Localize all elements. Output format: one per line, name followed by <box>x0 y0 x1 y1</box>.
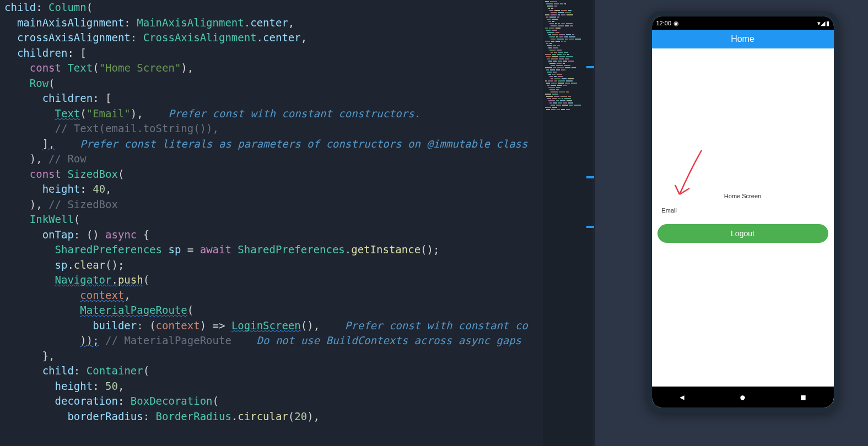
signal-icon: ▾◢ <box>817 20 825 27</box>
code-editor[interactable]: child: Column( mainAxisAlignment: MainAx… <box>0 0 595 446</box>
code-line[interactable]: decoration: BoxDecoration( <box>4 394 595 409</box>
code-line[interactable]: const SizedBox( <box>4 167 595 182</box>
android-nav-bar: ◀ ● ■ <box>652 387 834 407</box>
code-line[interactable]: crossAxisAlignment: CrossAxisAlignment.c… <box>4 30 595 46</box>
email-text: Email <box>662 207 677 214</box>
code-line[interactable]: onTap: () async { <box>4 227 595 243</box>
code-line[interactable]: child: Column( <box>4 0 595 15</box>
nav-recent-icon[interactable]: ■ <box>801 393 805 401</box>
code-line[interactable]: borderRadius: BorderRadius.circular(20), <box>4 409 595 425</box>
code-line[interactable]: builder: (context) => LoginScreen(), Pre… <box>4 318 595 334</box>
code-line[interactable]: Navigator.push( <box>4 273 595 288</box>
code-line[interactable]: ), // SizedBox <box>4 197 595 213</box>
code-line[interactable]: ], Prefer const literals as parameters o… <box>4 137 595 152</box>
code-line[interactable]: context, <box>4 288 595 303</box>
status-bar: 12:00 ◉ ▾◢ ▮ <box>652 17 834 30</box>
code-line[interactable]: SharedPreferences sp = await SharedPrefe… <box>4 242 595 258</box>
logout-label: Logout <box>731 229 754 238</box>
phone-screen[interactable]: 12:00 ◉ ▾◢ ▮ Home Home Screen Email <box>652 17 834 407</box>
code-line[interactable]: ), // Row <box>4 151 595 167</box>
home-screen-text: Home Screen <box>724 193 761 199</box>
logout-button[interactable]: Logout <box>657 224 828 243</box>
app-body: Home Screen Email Logout <box>652 48 834 387</box>
code-line[interactable]: const Text("Home Screen"), <box>4 61 595 76</box>
code-line[interactable]: Row( <box>4 76 595 91</box>
status-time: 12:00 <box>656 20 672 26</box>
code-line[interactable]: children: [ <box>4 91 595 106</box>
status-app-icon: ◉ <box>673 20 679 27</box>
code-line[interactable]: mainAxisAlignment: MainAxisAlignment.cen… <box>4 15 595 31</box>
app-bar: Home <box>652 30 834 48</box>
code-line[interactable]: // Text(email.toString()), <box>4 121 595 137</box>
code-line[interactable]: child: Container( <box>4 363 595 379</box>
app-bar-title: Home <box>731 34 754 44</box>
phone-frame: 12:00 ◉ ▾◢ ▮ Home Home Screen Email <box>646 11 839 413</box>
code-line[interactable]: children: [ <box>4 46 595 61</box>
code-line[interactable]: height: 40, <box>4 182 595 197</box>
code-line[interactable]: height: 50, <box>4 379 595 394</box>
emulator-panel: Samsung Galaxy Note9 12:00 ◉ ▾◢ ▮ Home <box>595 0 868 446</box>
code-line[interactable]: sp.clear(); <box>4 258 595 273</box>
scrollbar-annotations <box>585 0 595 446</box>
code-line[interactable]: }, <box>4 349 595 364</box>
code-line[interactable]: Text("Email"), Prefer const with constan… <box>4 106 595 122</box>
nav-home-icon[interactable]: ● <box>740 393 745 401</box>
code-line[interactable]: InkWell( <box>4 212 595 227</box>
battery-icon: ▮ <box>826 20 829 27</box>
code-line[interactable]: )); // MaterialPageRoute Do not use Buil… <box>4 333 595 349</box>
arrow-annotation <box>668 148 713 203</box>
nav-back-icon[interactable]: ◀ <box>680 393 684 401</box>
code-line[interactable]: MaterialPageRoute( <box>4 303 595 318</box>
